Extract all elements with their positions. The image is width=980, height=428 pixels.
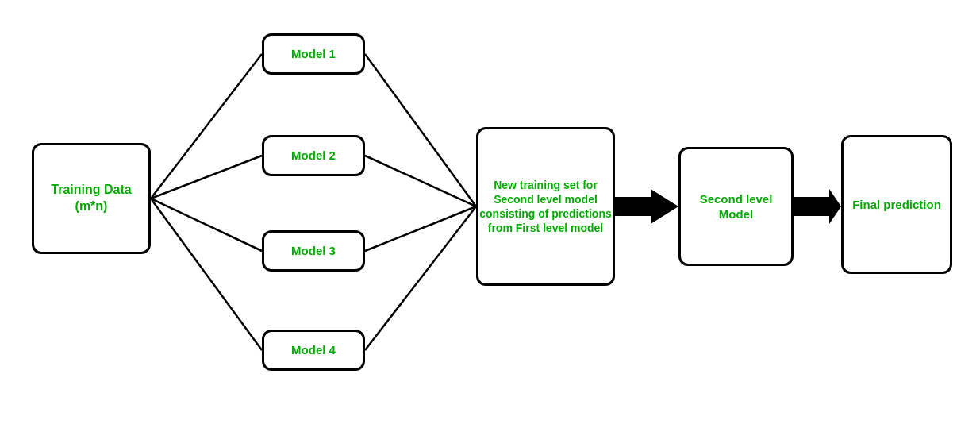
svg-marker-9 [615, 189, 678, 224]
svg-line-4 [365, 54, 476, 206]
diagram-container: Training Data (m*n) Model 1 Model 2 Mode… [0, 0, 980, 428]
second-level-box: Second level Model [678, 147, 794, 266]
svg-line-2 [151, 199, 262, 251]
svg-line-1 [151, 156, 262, 199]
training-data-label: Training Data (m*n) [34, 182, 148, 215]
svg-line-7 [365, 206, 476, 350]
model-1-label: Model 1 [291, 46, 336, 62]
model-4-box: Model 4 [262, 330, 365, 371]
svg-line-0 [151, 54, 262, 199]
model-1-box: Model 1 [262, 33, 365, 75]
model-2-label: Model 2 [291, 148, 336, 164]
svg-line-3 [151, 199, 262, 350]
svg-line-5 [365, 156, 476, 206]
model-4-label: Model 4 [291, 342, 336, 358]
new-training-box: New training set for Second level model … [476, 127, 615, 286]
svg-line-6 [365, 206, 476, 251]
final-prediction-label: Final prediction [852, 197, 941, 213]
svg-marker-10 [794, 189, 841, 224]
model-2-box: Model 2 [262, 135, 365, 176]
new-training-label: New training set for Second level model … [478, 178, 613, 236]
model-3-label: Model 3 [291, 243, 336, 259]
training-data-box: Training Data (m*n) [32, 143, 151, 254]
second-level-label: Second level Model [681, 191, 791, 222]
model-3-box: Model 3 [262, 230, 365, 272]
final-prediction-box: Final prediction [841, 135, 952, 274]
